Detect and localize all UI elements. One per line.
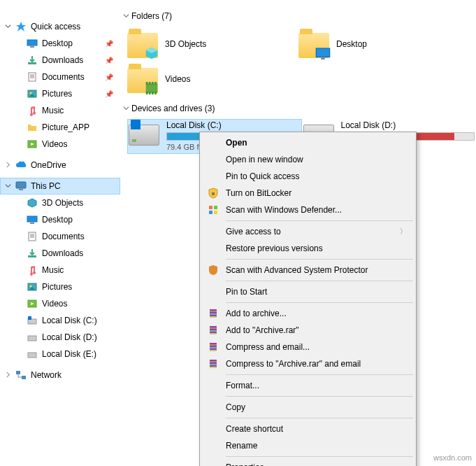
sidebar-item[interactable]: Pictures (0, 278, 120, 295)
drive-c-icon (27, 315, 38, 326)
this-pc-icon (15, 181, 27, 192)
menu-item[interactable]: Add to "Archive.rar" (202, 322, 414, 339)
sidebar-network[interactable]: Network (0, 367, 120, 383)
sidebar-item[interactable]: Pictures 📌 (0, 85, 120, 102)
svg-rect-7 (16, 182, 26, 188)
sidebar-onedrive[interactable]: OneDrive (0, 157, 120, 174)
sidebar-item[interactable]: Picture_APP (0, 119, 120, 136)
menu-item-label: Compress to "Archive.rar" and email (226, 359, 361, 369)
menu-item-label: Give access to (226, 227, 281, 236)
menu-separator (226, 418, 413, 418)
sidebar-item-label: 3D Objects (42, 198, 83, 208)
music-icon (27, 264, 38, 276)
chevron-down-icon (4, 182, 11, 189)
pin-icon: 📌 (105, 57, 113, 64)
sidebar-item-label: Downloads (42, 55, 83, 65)
pin-icon: 📌 (105, 40, 113, 48)
folder-item[interactable]: Videos (127, 62, 298, 97)
folder-label: 3D Objects (165, 39, 206, 49)
folder-item[interactable]: 3D Objects (127, 27, 298, 62)
svg-rect-3 (29, 73, 36, 81)
sidebar-item[interactable]: 3D Objects (0, 195, 120, 211)
sidebar-item-label: Videos (42, 139, 67, 149)
svg-rect-37 (210, 333, 217, 334)
drive-icon (27, 348, 38, 360)
sidebar-item[interactable]: Videos (0, 295, 120, 312)
svg-rect-43 (210, 361, 217, 362)
svg-rect-10 (30, 223, 34, 224)
sidebar-item[interactable]: Local Disk (D:) (0, 329, 120, 346)
menu-item[interactable]: Give access to 〉 (202, 223, 414, 240)
menu-separator (226, 456, 413, 457)
sidebar-item[interactable]: Documents (0, 228, 120, 245)
menu-item[interactable]: Scan with Advanced System Protector (202, 262, 414, 278)
sidebar-item[interactable]: Downloads (0, 245, 120, 262)
menu-item[interactable]: Scan with Windows Defender... (202, 202, 414, 218)
menu-item-label: Rename (226, 441, 257, 451)
group-title: Folders (7) (131, 11, 172, 21)
content-pane: Folders (7) 3D Objects Desktop Videos (120, 0, 476, 154)
sidebar-item-label: Downloads (42, 248, 83, 258)
sidebar-item[interactable]: Downloads 📌 (0, 52, 120, 69)
sidebar-quick-access[interactable]: Quick access (0, 18, 120, 35)
context-menu: Open Open in new window Pin to Quick acc… (199, 132, 417, 466)
menu-item[interactable]: Add to archive... (202, 305, 414, 322)
menu-item[interactable]: Pin to Quick access (202, 168, 414, 185)
drive-label: Local Disk (D:) (341, 120, 475, 130)
menu-item[interactable]: Format... (202, 377, 414, 394)
svg-rect-0 (27, 40, 37, 45)
drive-icon (129, 122, 159, 148)
downloads-icon (27, 55, 38, 66)
svg-rect-22 (316, 48, 329, 57)
menu-item[interactable]: Turn on BitLocker (202, 185, 414, 202)
sidebar-this-pc[interactable]: This PC (0, 178, 120, 195)
menu-item-label: Create shortcut (226, 424, 283, 434)
svg-rect-21 (22, 376, 26, 379)
menu-item[interactable]: Compress to "Archive.rar" and email (202, 355, 414, 372)
3d-icon (27, 197, 38, 209)
sidebar-item[interactable]: Videos (0, 136, 120, 153)
menu-item[interactable]: Open in new window (202, 151, 414, 168)
svg-rect-33 (210, 316, 217, 318)
menu-item-label: Properties (226, 463, 264, 466)
sidebar-item[interactable]: Music (0, 102, 120, 119)
sidebar-label: This PC (31, 181, 61, 191)
folder-item[interactable]: Desktop (298, 27, 470, 62)
sidebar-item[interactable]: Local Disk (C:) (0, 312, 120, 329)
group-header-folders[interactable]: Folders (7) (120, 11, 476, 21)
menu-item-label: Turn on BitLocker (226, 188, 291, 198)
sidebar-item-label: Music (42, 106, 64, 115)
sidebar-item[interactable]: Desktop 📌 (0, 35, 120, 52)
menu-item[interactable]: Open (202, 134, 414, 151)
chevron-down-icon (4, 22, 11, 29)
music-icon (27, 105, 38, 116)
menu-separator (226, 396, 413, 397)
menu-item[interactable]: Rename (202, 437, 414, 454)
onedrive-icon (15, 160, 27, 171)
sidebar-item[interactable]: Local Disk (E:) (0, 346, 120, 362)
menu-item[interactable]: Properties (202, 459, 414, 466)
svg-rect-11 (29, 232, 36, 241)
drive-icon (27, 332, 38, 343)
pictures-icon (27, 281, 38, 292)
chevron-right-icon: 〉 (400, 227, 407, 236)
menu-item[interactable]: Create shortcut (202, 421, 414, 437)
menu-separator (226, 302, 413, 303)
group-header-drives[interactable]: Devices and drives (3) (120, 104, 476, 113)
sidebar-item[interactable]: Documents 📌 (0, 69, 120, 85)
svg-rect-35 (210, 327, 217, 329)
folder-label: Desktop (336, 39, 367, 49)
sidebar-label: Quick access (31, 22, 80, 31)
downloads-icon (27, 248, 38, 259)
menu-item[interactable]: Compress and email... (202, 339, 414, 355)
rar-icon (208, 308, 219, 319)
chevron-right-icon (4, 371, 11, 378)
menu-item[interactable]: Pin to Start (202, 283, 414, 300)
menu-item[interactable]: Restore previous versions (202, 240, 414, 257)
svg-rect-45 (210, 367, 217, 368)
sidebar-item-label: Desktop (42, 215, 73, 225)
sidebar-item[interactable]: Desktop (0, 211, 120, 228)
menu-separator (226, 220, 413, 221)
menu-item[interactable]: Copy (202, 399, 414, 416)
sidebar-item[interactable]: Music (0, 262, 120, 278)
